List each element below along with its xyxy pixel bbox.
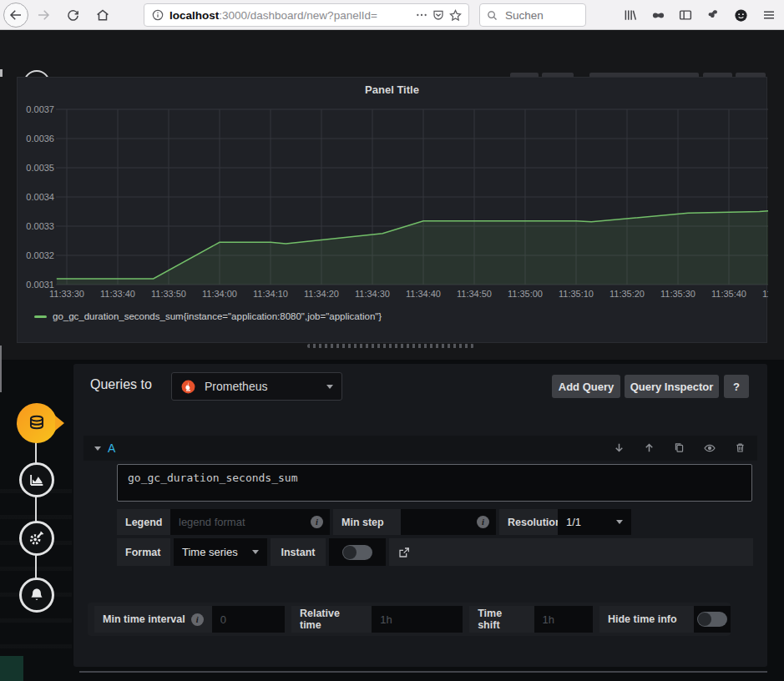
section-divider: [79, 671, 767, 673]
url-host: localhost: [169, 9, 219, 22]
tab-queries[interactable]: [17, 403, 57, 443]
toggle-query-visibility-icon[interactable]: [703, 441, 716, 455]
relative-time-label: Relative time: [291, 606, 372, 633]
browser-reload-button[interactable]: [63, 6, 82, 24]
svg-text:0.0034: 0.0034: [26, 192, 54, 202]
legend-format-input[interactable]: [177, 515, 311, 529]
query-row-actions: [613, 441, 746, 455]
site-info-icon[interactable]: [149, 7, 166, 23]
move-query-down-icon[interactable]: [613, 441, 625, 455]
chevron-down-icon: [252, 550, 259, 554]
search-input[interactable]: [503, 8, 570, 23]
query-expression-editor[interactable]: go_gc_duration_seconds_sum: [117, 464, 752, 502]
share-strip: [389, 538, 753, 566]
query-row-header[interactable]: A: [83, 436, 757, 461]
svg-text:0.0032: 0.0032: [26, 250, 54, 260]
share-query-icon[interactable]: [397, 546, 411, 559]
resolution-label: Resolution: [499, 509, 558, 535]
grafana-navbar: New dashboard Last 5 minutes: [0, 30, 784, 77]
query-options-row-2: Format Time series Instant: [117, 538, 753, 566]
info-icon[interactable]: i: [191, 613, 204, 626]
svg-text:11:35:40: 11:35:40: [711, 289, 746, 299]
duplicate-query-icon[interactable]: [673, 441, 685, 455]
query-inspector-button[interactable]: Query Inspector: [625, 375, 719, 398]
pocket-icon[interactable]: [430, 7, 447, 23]
hide-time-info-toggle[interactable]: [697, 612, 727, 627]
time-shift-input[interactable]: [541, 613, 586, 627]
min-time-interval-label: Min time interval i: [94, 606, 212, 633]
search-icon: [486, 9, 498, 22]
instant-toggle[interactable]: [342, 545, 372, 560]
timeseries-chart[interactable]: 0.00370.00360.00350.00340.00330.00320.00…: [18, 99, 768, 305]
svg-text:11:35:30: 11:35:30: [660, 289, 695, 299]
format-select[interactable]: Time series: [174, 538, 267, 566]
svg-text:11:35:50: 11:35:50: [762, 289, 768, 299]
tab-visualization[interactable]: [19, 462, 54, 497]
browser-home-button[interactable]: [94, 6, 112, 24]
svg-text:11:34:00: 11:34:00: [202, 289, 237, 299]
delete-query-icon[interactable]: [734, 441, 746, 455]
url-text: localhost:3000/dashboard/new?panelId=: [169, 9, 413, 22]
min-time-interval-text: Min time interval: [103, 613, 185, 625]
area-chart-icon: [28, 471, 46, 489]
svg-text:11:35:20: 11:35:20: [609, 289, 645, 299]
browser-forward-button[interactable]: [34, 6, 53, 24]
dashboard-panel: Panel Title 0.00370.00360.00350.00340.00…: [17, 77, 767, 343]
svg-text:11:35:10: 11:35:10: [559, 289, 594, 299]
library-icon[interactable]: [621, 6, 640, 24]
chevron-down-icon: [616, 520, 623, 524]
hamburger-menu-icon[interactable]: [760, 6, 778, 24]
tab-general[interactable]: [19, 521, 54, 556]
svg-text:0.0037: 0.0037: [26, 104, 54, 114]
instant-label: Instant: [271, 538, 326, 566]
legend-format-field[interactable]: i: [170, 509, 330, 535]
datasource-picker[interactable]: Prometheus: [171, 372, 342, 401]
chart-legend-item[interactable]: go_gc_duration_seconds_sum{instance="app…: [34, 311, 382, 321]
min-step-field[interactable]: i: [401, 509, 496, 535]
tab-alert[interactable]: [19, 578, 54, 613]
relative-time-input[interactable]: [378, 613, 456, 627]
page-actions-icon[interactable]: [413, 7, 430, 23]
svg-text:11:34:40: 11:34:40: [406, 289, 441, 299]
panel-title[interactable]: Panel Title: [18, 83, 766, 96]
legend-color-swatch: [34, 315, 47, 318]
add-query-button[interactable]: Add Query: [552, 375, 620, 398]
svg-text:11:33:50: 11:33:50: [151, 289, 186, 299]
containers-mask-icon[interactable]: [649, 6, 667, 24]
info-icon[interactable]: i: [311, 516, 323, 528]
time-shift-label: Time shift: [469, 606, 534, 633]
min-step-input[interactable]: [407, 515, 477, 529]
panel-resize-handle[interactable]: [307, 344, 474, 348]
min-step-label: Min step: [333, 509, 401, 535]
info-icon[interactable]: i: [477, 516, 489, 528]
search-box[interactable]: [479, 3, 586, 27]
bookmark-star-icon[interactable]: [447, 7, 463, 23]
instant-toggle-box: [329, 538, 386, 566]
time-shift-field[interactable]: [534, 606, 593, 633]
database-icon: [26, 412, 48, 434]
tab-connector-line: [35, 426, 37, 593]
browser-back-button[interactable]: [3, 3, 28, 28]
account-avatar-icon[interactable]: [731, 6, 750, 24]
gnome-foot-icon[interactable]: [704, 6, 722, 24]
svg-text:11:34:10: 11:34:10: [253, 289, 288, 299]
reload-icon: [66, 8, 80, 23]
min-time-interval-input[interactable]: [219, 613, 278, 627]
screen: localhost:3000/dashboard/new?panelId=: [0, 0, 784, 681]
collapse-caret-icon[interactable]: [94, 446, 101, 451]
move-query-up-icon[interactable]: [643, 441, 655, 455]
query-ref-id: A: [108, 441, 115, 455]
relative-time-field[interactable]: [372, 606, 463, 633]
home-icon: [95, 8, 110, 23]
sidebar-toggle-icon[interactable]: [676, 6, 695, 24]
resolution-select[interactable]: 1/1: [558, 509, 631, 535]
help-button[interactable]: ?: [724, 375, 749, 398]
side-menu-edge: [0, 346, 2, 392]
gear-wrench-icon: [28, 529, 46, 547]
legend-series-label: go_gc_duration_seconds_sum{instance="app…: [53, 311, 382, 321]
svg-text:0.0035: 0.0035: [26, 163, 54, 173]
url-bar[interactable]: localhost:3000/dashboard/new?panelId=: [144, 3, 469, 27]
svg-text:11:34:30: 11:34:30: [355, 289, 390, 299]
min-time-interval-field[interactable]: [212, 606, 285, 633]
prometheus-icon: [180, 379, 196, 395]
